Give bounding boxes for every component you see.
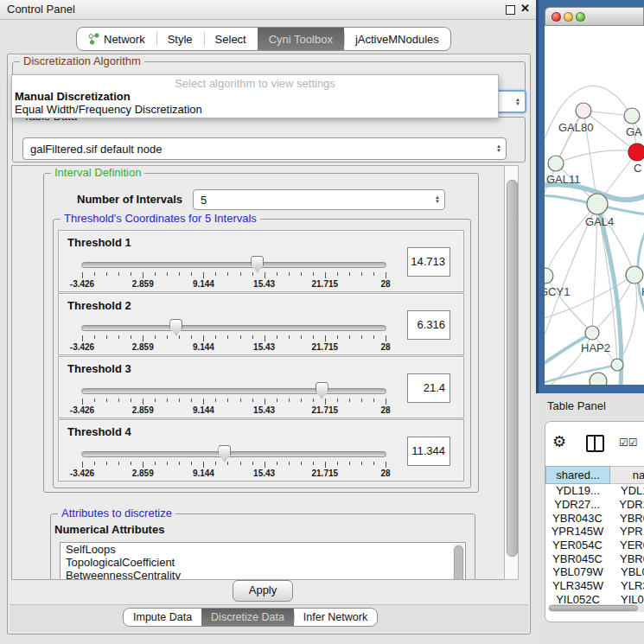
slider-tick (325, 335, 326, 341)
settings-vertical-scrollbar[interactable] (504, 165, 519, 580)
slider-tick (143, 272, 143, 278)
slider-scale-label: 9.144 (184, 405, 222, 415)
table-row[interactable]: YBR045CYBR0 (545, 552, 644, 565)
slider-tick (94, 272, 95, 276)
dropdown-option-equal-width-frequency-discretization[interactable]: Equal Width/Frequency Discretization (15, 103, 495, 116)
column-header-shared-name[interactable]: shared... (545, 466, 610, 484)
tab-cyni-toolbox[interactable]: Cyni Toolbox (258, 28, 344, 50)
tab-impute-data[interactable]: Impute Data (124, 609, 201, 626)
network-node[interactable] (590, 373, 607, 385)
network-node-gal4[interactable] (587, 194, 608, 214)
threshold-value-field[interactable]: 6.316 (407, 310, 450, 340)
select-all-checkboxes-icon[interactable]: ☑☑ (619, 437, 638, 449)
table-data-combobox[interactable]: galFiltered.sif default node ▲▼ (22, 137, 507, 160)
attribute-item-betweennesscentrality[interactable]: BetweennessCentrality (61, 569, 465, 580)
columns-icon[interactable] (586, 435, 604, 452)
slider-tick (167, 335, 168, 339)
cell-name: YBR0 (609, 552, 644, 565)
table-row[interactable]: YDL19...YDL1 (545, 484, 644, 498)
table-row[interactable]: YBL079WYBL0 (545, 565, 644, 579)
cyni-mode-tabbar: Impute DataDiscretize DataInfer Network (123, 608, 378, 627)
slider-tick (155, 335, 156, 339)
close-icon[interactable]: ✕ (520, 2, 530, 15)
apply-button[interactable]: Apply (233, 580, 293, 602)
threshold-label: Threshold 3 (67, 362, 131, 375)
slider-tick (131, 335, 131, 339)
application-window: Control Panel ✕ NetworkStyleSelectCyni T… (0, 0, 644, 644)
slider-track[interactable] (81, 388, 386, 394)
network-node-gal11[interactable] (548, 156, 564, 171)
tab-infer-network[interactable]: Infer Network (294, 609, 377, 626)
dropdown-option-manual-discretization[interactable]: Manual Discretization (15, 90, 495, 103)
table-row[interactable]: YDR27...YDR2 (545, 498, 644, 512)
tab-network[interactable]: Network (77, 28, 156, 50)
network-canvas[interactable]: GAL80GACGAL11GAL4GCY1HHAP2 (545, 26, 644, 385)
panel-title: Control Panel (7, 3, 75, 16)
slider-track[interactable] (81, 451, 386, 457)
network-node-ga[interactable] (624, 108, 640, 124)
threshold-value-field[interactable]: 14.713 (407, 247, 450, 277)
tab-style[interactable]: Style (156, 28, 204, 50)
slider-handle[interactable] (218, 445, 231, 462)
slider-tick (265, 399, 265, 405)
attribute-item-selfloops[interactable]: SelfLoops (61, 543, 465, 556)
slider-track[interactable] (81, 325, 386, 331)
tab-label: Cyni Toolbox (269, 33, 333, 46)
cell-name: YBL0 (610, 565, 644, 578)
table-row[interactable]: YPR145WYPR1 (545, 525, 644, 539)
table-row[interactable]: YBR043CYBR0 (545, 511, 644, 525)
threshold-value-field[interactable]: 21.4 (407, 373, 450, 403)
scrollbar-thumb[interactable] (549, 605, 638, 611)
network-node[interactable] (611, 359, 623, 371)
slider-tick (301, 399, 302, 402)
network-node-hap2[interactable] (585, 326, 599, 340)
tab-select[interactable]: Select (204, 28, 258, 50)
table-row[interactable]: YER054CYER0 (545, 539, 644, 552)
minimize-traffic-light-icon[interactable] (564, 12, 573, 22)
threshold-value-field[interactable]: 11.344 (407, 437, 450, 466)
numerical-attributes-list: SelfLoopsTopologicalCoefficientBetweenne… (60, 542, 466, 580)
attributes-scrollbar[interactable] (453, 544, 464, 580)
slider-tick (118, 462, 119, 465)
slider-handle[interactable] (169, 319, 182, 335)
slider-handle[interactable] (251, 256, 264, 272)
network-node-gcy1[interactable] (545, 268, 553, 284)
attribute-item-topologicalcoefficient[interactable]: TopologicalCoefficient (61, 556, 465, 569)
cell-shared-name: YDL19... (545, 484, 610, 497)
scrollbar-thumb[interactable] (454, 545, 463, 580)
slider-scale-label: 9.144 (184, 279, 222, 289)
zoom-traffic-light-icon[interactable] (576, 12, 585, 22)
tab-label: Style (168, 33, 193, 46)
slider-scale-label: 21.715 (306, 342, 344, 352)
table-row[interactable]: YLR345WYLR3 (545, 579, 644, 593)
slider-tick (106, 335, 107, 339)
slider-tick (191, 462, 192, 465)
slider-tick (215, 335, 216, 339)
gear-icon[interactable]: ⚙ (552, 434, 566, 450)
slider-tick (106, 399, 107, 402)
slider-track[interactable] (81, 262, 386, 268)
network-node-h[interactable] (626, 266, 643, 284)
column-header-name[interactable]: name (610, 466, 644, 484)
cell-name: YER0 (609, 539, 644, 552)
slider-tick (265, 335, 265, 341)
close-traffic-light-icon[interactable] (552, 12, 561, 22)
slider-tick (289, 399, 290, 402)
cell-shared-name: YPR145W (545, 525, 609, 538)
slider-tick (337, 399, 338, 402)
network-node-gal80[interactable] (576, 103, 591, 118)
table-row[interactable]: YIL052CYIL0 (545, 593, 644, 604)
tab-discretize-data[interactable]: Discretize Data (201, 609, 294, 626)
slider-tick (277, 399, 277, 402)
numerical-attributes-label: Numerical Attributes (54, 523, 164, 536)
tab-jactivemnodules[interactable]: jActiveMNodules (344, 28, 450, 50)
number-of-intervals-spinner[interactable]: 5 ▲▼ (193, 189, 445, 210)
network-node-c[interactable] (628, 143, 644, 161)
table-panel-card: ⚙ ☑☑ shared... name YDL19...YDL1YDR27...… (545, 421, 644, 622)
table-horizontal-scrollbar[interactable] (548, 604, 644, 612)
slider-tick (325, 462, 326, 468)
float-window-icon[interactable] (506, 5, 515, 15)
scrollbar-thumb[interactable] (507, 180, 518, 557)
slider-tick (179, 462, 180, 465)
slider-handle[interactable] (316, 382, 328, 399)
